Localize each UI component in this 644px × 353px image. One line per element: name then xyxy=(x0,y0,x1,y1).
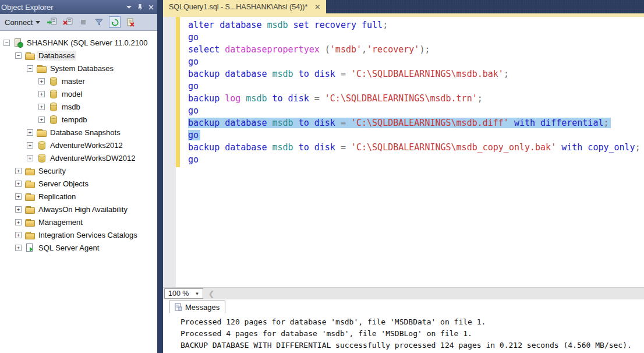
code-token: ; xyxy=(603,118,608,128)
tree-item-sql-server-agent[interactable]: +SQL Server Agent xyxy=(0,241,157,254)
code-line[interactable]: go xyxy=(188,105,641,117)
code-token: with copy_only xyxy=(556,142,635,153)
code-text: go xyxy=(188,154,199,165)
expand-toggle-icon[interactable]: + xyxy=(15,206,22,213)
chevron-down-icon: ▼ xyxy=(194,291,199,296)
tree-item-alwayson-high-availability[interactable]: +AlwaysOn High Availability xyxy=(0,203,157,216)
code-token: msdb xyxy=(267,20,288,30)
expand-toggle-icon[interactable]: + xyxy=(27,129,33,136)
expand-toggle-icon[interactable]: + xyxy=(15,219,22,225)
tree-item-label: Management xyxy=(37,217,84,227)
tree-item-msdb[interactable]: +msdb xyxy=(0,100,157,113)
pin-icon[interactable] xyxy=(137,3,143,10)
stop-icon xyxy=(77,16,89,28)
code-token: msdb xyxy=(246,93,267,104)
filter-icon[interactable] xyxy=(93,16,105,28)
object-explorer-titlebar[interactable]: Object Explorer xyxy=(0,0,157,14)
tree-item-security[interactable]: +Security xyxy=(0,164,157,177)
disconnect-server-icon[interactable] xyxy=(62,16,73,28)
tree-item-tempdb[interactable]: +tempdb xyxy=(0,113,157,126)
toolbar-icon-group xyxy=(46,16,136,28)
expand-toggle-icon[interactable]: + xyxy=(15,181,22,187)
folder-icon xyxy=(25,192,34,201)
tree-item-adventureworks2012[interactable]: +AdventureWorks2012 xyxy=(0,139,157,151)
window-menu-icon[interactable] xyxy=(126,6,132,9)
expand-toggle-icon[interactable]: + xyxy=(38,78,45,84)
code-line[interactable]: go xyxy=(188,56,641,68)
tree-item-label: AdventureWorksDW2012 xyxy=(48,153,137,163)
code-line[interactable]: backup database msdb to disk = 'C:\SQLDB… xyxy=(188,142,641,154)
tree-item-label: Databases xyxy=(37,51,76,61)
connect-server-icon[interactable] xyxy=(46,16,58,28)
code-line[interactable]: go xyxy=(188,154,641,166)
document-tab-bar: SQLQuery1.sql - S...HASHANK\Ahsi (54))* … xyxy=(163,0,644,13)
folder-icon xyxy=(25,166,34,175)
code-token: ; xyxy=(383,20,388,30)
code-line[interactable]: backup database msdb to disk = 'C:\SQLDB… xyxy=(188,68,641,80)
code-area[interactable]: alter database msdb set recovery full;go… xyxy=(188,19,641,166)
expand-toggle-icon[interactable]: + xyxy=(38,117,45,123)
collapse-toggle-icon[interactable]: − xyxy=(3,40,10,46)
tree-item-server-objects[interactable]: +Server Objects xyxy=(0,177,157,190)
tree-item-master[interactable]: +master xyxy=(0,75,157,87)
tree-item-integration-services-catalogs[interactable]: +Integration Services Catalogs xyxy=(0,228,157,241)
code-token: go xyxy=(188,105,199,116)
code-token: = xyxy=(341,69,351,79)
panel-title: Object Explorer xyxy=(1,3,126,12)
code-line[interactable]: go xyxy=(188,129,641,142)
tree-item-shashank-sql-server-11-0-2100[interactable]: −SHASHANK (SQL Server 11.0.2100 xyxy=(0,36,157,49)
object-explorer-tree[interactable]: −SHASHANK (SQL Server 11.0.2100−Database… xyxy=(0,31,157,353)
expand-toggle-icon[interactable]: + xyxy=(15,168,22,174)
close-icon[interactable] xyxy=(148,5,154,10)
tree-item-replication[interactable]: +Replication xyxy=(0,190,157,203)
expand-toggle-icon[interactable]: + xyxy=(38,104,45,110)
tree-item-management[interactable]: +Management xyxy=(0,216,157,228)
object-explorer-toolbar: Connect xyxy=(0,14,157,31)
code-line[interactable]: alter database msdb set recovery full; xyxy=(188,19,641,31)
refresh-icon[interactable] xyxy=(109,16,121,28)
expand-toggle-icon[interactable]: + xyxy=(27,155,33,161)
code-token: go xyxy=(188,130,199,140)
expand-toggle-icon[interactable]: + xyxy=(15,232,22,238)
db-icon xyxy=(37,153,46,163)
folder-icon xyxy=(25,179,34,188)
tree-item-label: Integration Services Catalogs xyxy=(37,230,139,240)
db-icon xyxy=(48,89,58,98)
code-token: 'C:\SQLDBALEARNINGS\msdb.diff' xyxy=(351,118,509,128)
tree-item-label: model xyxy=(60,89,84,99)
code-token: backup database xyxy=(188,142,273,153)
messages-panel: Messages Processed 120 pages for databas… xyxy=(163,299,644,353)
expand-toggle-icon[interactable]: + xyxy=(27,142,33,149)
code-token: msdb xyxy=(273,142,293,153)
tree-item-model[interactable]: +model xyxy=(0,87,157,100)
zoom-level-dropdown[interactable]: 100 % ▼ xyxy=(164,288,203,299)
expand-toggle-icon[interactable]: + xyxy=(38,91,45,97)
code-token: 'C:\SQLDBALEARNINGS\msdb.bak' xyxy=(351,69,504,79)
delete-icon[interactable] xyxy=(125,16,136,28)
code-token: to disk xyxy=(293,118,341,128)
expand-toggle-icon[interactable]: + xyxy=(15,245,22,251)
code-token: backup database xyxy=(188,69,273,79)
code-text: go xyxy=(188,81,199,91)
tab-messages[interactable]: Messages xyxy=(169,301,225,313)
scroll-left-icon[interactable]: ❮ xyxy=(208,290,214,298)
code-line[interactable]: select databasepropertyex ('msdb','recov… xyxy=(188,44,641,56)
messages-output: Processed 120 pages for database 'msdb',… xyxy=(181,316,632,351)
tree-item-database-snapshots[interactable]: +Database Snapshots xyxy=(0,126,157,139)
message-line: BACKUP DATABASE WITH DIFFERENTIAL succes… xyxy=(181,340,632,351)
zoom-level-value: 100 % xyxy=(168,290,189,298)
tree-item-system-databases[interactable]: −System Databases xyxy=(0,62,157,75)
code-line[interactable]: backup log msdb to disk = 'C:\SQLDBALEAR… xyxy=(188,93,641,105)
code-line[interactable]: go xyxy=(188,31,641,44)
collapse-toggle-icon[interactable]: − xyxy=(27,65,33,72)
code-line[interactable]: go xyxy=(188,80,641,93)
query-tab[interactable]: SQLQuery1.sql - S...HASHANK\Ahsi (54))* … xyxy=(163,0,326,13)
tree-item-adventureworksdw2012[interactable]: +AdventureWorksDW2012 xyxy=(0,151,157,164)
collapse-toggle-icon[interactable]: − xyxy=(15,52,22,59)
close-icon[interactable]: ✕ xyxy=(314,3,320,10)
code-line[interactable]: backup database msdb to disk = 'C:\SQLDB… xyxy=(188,117,641,129)
expand-toggle-icon[interactable]: + xyxy=(15,193,22,200)
tree-item-databases[interactable]: −Databases xyxy=(0,49,157,62)
sql-code-editor[interactable]: alter database msdb set recovery full;go… xyxy=(163,17,644,287)
connect-button[interactable]: Connect xyxy=(3,17,42,28)
